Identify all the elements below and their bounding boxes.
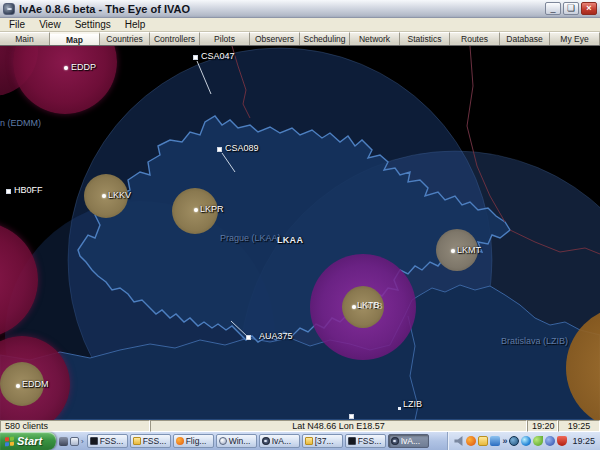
menu-item-file[interactable]: File [2,18,32,31]
app-icon [3,3,15,15]
app-dark-icon [90,437,98,445]
minimize-button[interactable]: _ [545,2,561,15]
taskbar-button-label: IvA... [272,436,291,446]
window-title: IvAe 0.8.6 beta - The Eye of IVAO [19,3,543,15]
cursor-coordinates: Lat N48.66 Lon E18.57 [150,420,527,432]
tab-pilots[interactable]: Pilots [200,32,250,45]
atc-label-eddp: EDDP [71,62,96,72]
taskbar-button-fss[interactable]: FSS... [87,434,128,448]
taskbar-button-label: FSS... [143,436,167,446]
atc-station-dot[interactable] [102,194,106,198]
status-time-utc: 19:20 [527,420,558,432]
menu-item-view[interactable]: View [32,18,68,31]
menu-bar: FileViewSettingsHelp [0,18,600,32]
system-tray: » 19:25 [447,432,600,450]
tab-map[interactable]: Map [50,32,100,45]
tab-main[interactable]: Main [0,32,50,45]
leaf-icon[interactable] [533,436,543,446]
messenger-icon[interactable] [490,436,500,446]
shield-icon[interactable] [557,436,567,446]
fir-label: LKAA [277,235,303,245]
orb-icon[interactable] [521,436,531,446]
aircraft-label-csa047: CSA047 [201,51,235,61]
quick-launch-area: › [56,437,87,446]
tab-countries[interactable]: Countries [100,32,150,45]
overflow-icon[interactable]: » [502,436,507,446]
status-time-local: 19:25 [558,420,600,432]
map-canvas[interactable]: n (EDMM)Prague (LKAA)LKAABratislava (LZI… [0,46,600,420]
tab-network[interactable]: Network [350,32,400,45]
globe-icon[interactable] [509,436,519,446]
aircraft-hb0ff[interactable] [6,189,11,194]
tab-routes[interactable]: Routes [450,32,500,45]
atc-station-dot[interactable] [16,384,20,388]
tab-controllers[interactable]: Controllers [150,32,200,45]
atc-label-lkmt: LKMT [457,245,481,255]
taskbar-button-win[interactable]: Win... [216,434,257,448]
aircraft-label-hb0ff: HB0FF [14,185,43,195]
taskbar-button-label: Flig... [186,436,207,446]
tab-observers[interactable]: Observers [250,32,300,45]
dot-blue-icon[interactable] [545,436,555,446]
quicklaunch-icon[interactable] [70,437,79,446]
menu-item-help[interactable]: Help [118,18,153,31]
fir-label: Prague (LKAA) [220,233,281,243]
tab-bar: MainMapCountriesControllersPilotsObserve… [0,32,600,46]
speaker-icon[interactable] [454,436,464,446]
taskbar-button-label: IvA... [401,436,420,446]
tab-database[interactable]: Database [500,32,550,45]
atc-label-eddm: EDDM [22,379,49,389]
aircraft-csa047[interactable] [193,55,198,60]
maximize-button[interactable]: ❏ [563,2,579,15]
eye-icon [262,437,270,445]
taskbar-button-iva[interactable]: IvA... [388,434,429,448]
chevron-right-icon[interactable]: › [81,437,84,446]
clients-count: 580 clients [0,420,150,432]
folder-icon [305,437,313,445]
atc-station-dot[interactable] [451,249,455,253]
folder-icon[interactable] [478,436,488,446]
taskbar-button-label: FSS... [100,436,124,446]
firefox-icon [176,437,184,445]
tab-scheduling[interactable]: Scheduling [300,32,350,45]
taskbar-button-label: [37... [315,436,334,446]
taskbar-clock: 19:25 [572,436,595,446]
aircraft-label-aua375: AUA375 [259,331,293,341]
atc-station-dot[interactable] [194,208,198,212]
atc-station-dot[interactable] [64,66,68,70]
atc-label-lkkv: LKKV [108,190,131,200]
airport-label-lzib: LZIB [403,399,422,409]
menu-item-settings[interactable]: Settings [68,18,118,31]
folder-icon [133,437,141,445]
atc-label-lktb: LKTB [357,300,380,310]
aircraft-aua375[interactable] [246,335,251,340]
windows-taskbar: Start › FSS...FSS...Flig...Win...IvA...[… [0,432,600,450]
fir-label: n (EDMM) [0,118,41,128]
taskbar-button-fss[interactable]: FSS... [130,434,171,448]
start-button[interactable]: Start [0,432,56,450]
aircraft-label-csa089: CSA089 [225,143,259,153]
media-icon [219,437,227,445]
status-bar: 580 clients Lat N48.66 Lon E18.57 19:20 … [0,420,600,432]
atc-label-lkpr: LKPR [200,204,224,214]
fir-label: Bratislava (LZIB) [501,336,568,346]
app-dark-icon [348,437,356,445]
taskbar-button-flig[interactable]: Flig... [173,434,214,448]
close-button[interactable]: × [581,2,597,15]
start-button-label: Start [17,435,42,447]
taskbar-button-37[interactable]: [37... [302,434,343,448]
taskbar-button-label: FSS... [358,436,382,446]
aircraft[interactable] [349,414,354,419]
windows-flag-icon [5,436,14,446]
aircraft-csa089[interactable] [217,147,222,152]
airport-dot-lzib[interactable] [398,407,401,410]
quicklaunch-icon[interactable] [59,437,68,446]
atc-station-dot[interactable] [352,305,356,309]
tab-statistics[interactable]: Statistics [400,32,450,45]
taskbar-button-iva[interactable]: IvA... [259,434,300,448]
taskbar-button-fss[interactable]: FSS... [345,434,386,448]
task-buttons: FSS...FSS...Flig...Win...IvA...[37...FSS… [87,434,448,448]
eye-icon [391,437,399,445]
tab-my-eye[interactable]: My Eye [550,32,600,45]
firefox-icon[interactable] [466,436,476,446]
